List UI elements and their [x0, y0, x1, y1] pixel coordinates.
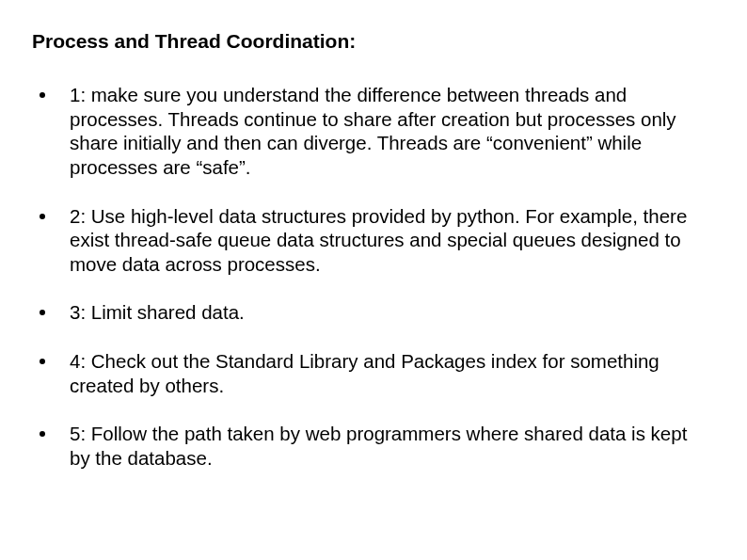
bullet-icon [40, 431, 45, 437]
list-item: 4: Check out the Standard Library and Pa… [40, 349, 707, 397]
bullet-icon [40, 92, 45, 98]
bullet-list: 1: make sure you understand the differen… [32, 83, 707, 471]
bullet-icon [40, 359, 45, 364]
bullet-text: 2: Use high-level data structures provid… [70, 204, 707, 277]
bullet-icon [40, 214, 45, 219]
list-item: 2: Use high-level data structures provid… [40, 204, 707, 277]
bullet-text: 3: Limit shared data. [70, 300, 707, 325]
bullet-text: 4: Check out the Standard Library and Pa… [70, 349, 707, 397]
list-item: 3: Limit shared data. [40, 300, 707, 325]
list-item: 1: make sure you understand the differen… [40, 83, 707, 180]
bullet-icon [40, 310, 45, 315]
bullet-text: 5: Follow the path taken by web programm… [70, 422, 707, 470]
list-item: 5: Follow the path taken by web programm… [40, 422, 707, 470]
slide-title: Process and Thread Coordination: [32, 30, 707, 53]
bullet-text: 1: make sure you understand the differen… [70, 83, 707, 180]
